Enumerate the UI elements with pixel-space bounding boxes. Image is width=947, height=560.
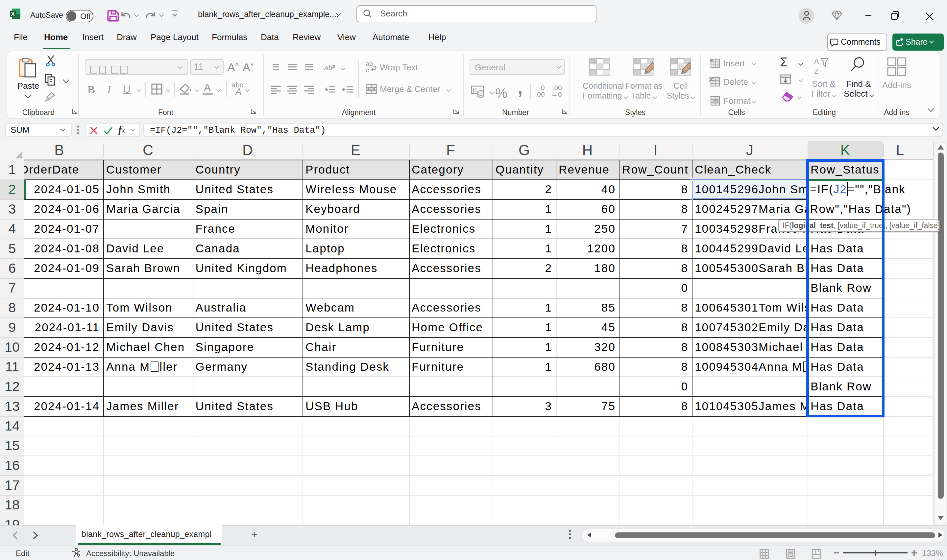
svg-text:?: ?: [78, 553, 80, 558]
